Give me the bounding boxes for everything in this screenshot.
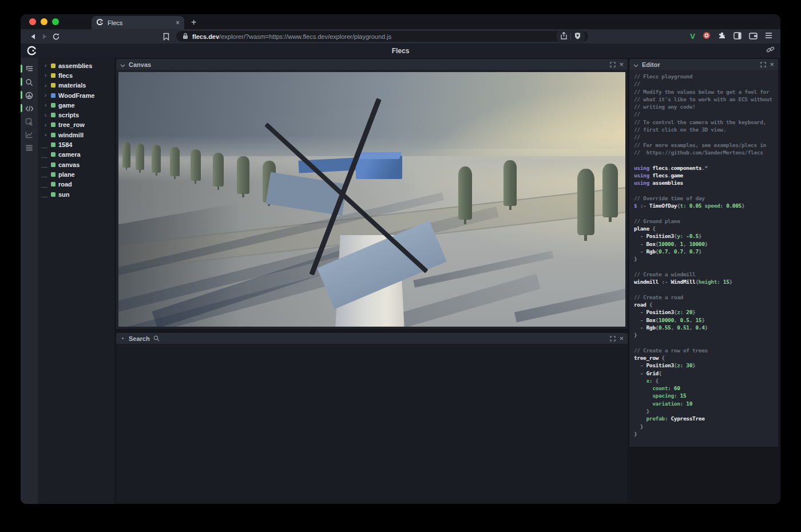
close-panel-icon[interactable]: × [619,336,624,342]
tree-item[interactable]: sun [43,189,114,199]
code-line: - Grid{ [634,370,778,377]
panel-dot-icon[interactable] [122,338,124,339]
scene-tree [122,142,130,168]
code-line [634,285,778,293]
tree-item[interactable]: ›game [43,100,114,110]
tool-stats[interactable] [21,128,38,141]
editor-panel: Editor × // Flecs playground//// Modify … [629,59,778,447]
code-line: // https://github.com/SanderMertens/flec… [634,149,778,156]
canvas-panel-body [116,70,628,329]
code-line: // [634,133,778,141]
tree-item[interactable]: ›WoodFrame [43,90,114,100]
browser-toolbar: flecs.dev/explorer/?wasm=https://www.fle… [21,29,780,43]
code-line [634,209,778,217]
collapse-chevron-icon[interactable] [120,59,125,70]
reload-button[interactable] [50,33,62,41]
tree-item-label: game [58,102,75,109]
code-icon [25,105,34,112]
page-title: Flecs [21,47,780,55]
tree-item[interactable]: canvas [43,160,114,169]
tree-item[interactable]: ›windmill [43,130,114,140]
entity-tag-icon [51,83,55,88]
tree-item[interactable]: ›flecs [43,70,114,80]
code-line: tree_row { [634,354,778,362]
close-window-button[interactable] [29,18,36,25]
fullscreen-icon[interactable] [760,59,766,70]
expand-arrow-icon[interactable]: › [43,132,48,137]
sidebar-toggle-icon[interactable] [733,31,741,42]
code-line: // Flecs playground [634,73,778,80]
tool-code[interactable] [21,102,38,115]
brave-shield-icon[interactable] [574,31,581,42]
code-line: // For more examples, see examples/plecs… [634,141,778,149]
tree-item[interactable]: road [43,180,114,189]
browser-window: Flecs × + flecs.dev/explorer/?wasm=https… [21,14,780,504]
tree-item[interactable]: ›tree_row [43,120,114,130]
fullscreen-icon[interactable] [610,59,616,70]
tab-close-icon[interactable]: × [176,19,180,27]
search-panel-body[interactable] [116,344,628,502]
main-column: Canvas × [114,58,629,504]
menu-hamburger-icon[interactable] [765,32,772,41]
tool-scene[interactable] [21,89,38,102]
code-line: // Create a windmill [634,271,778,278]
minimize-window-button[interactable] [41,18,47,25]
entity-tag-icon [51,182,55,186]
code-line [634,339,778,346]
code-line: } [634,423,778,430]
code-line: - Box{10000, 1, 10000} [634,240,778,248]
share-icon[interactable] [561,31,567,42]
entity-tag-icon [51,172,55,177]
code-line: $ :- TimeOfDay{t: 0.05 speed: 0.005} [634,202,778,209]
canvas-panel-header: Canvas × [116,59,628,70]
expand-arrow-icon[interactable]: › [43,122,48,128]
bookmark-icon[interactable] [160,33,172,41]
expand-arrow-icon[interactable]: › [43,73,48,78]
scene-tree [458,166,473,220]
url-bar[interactable]: flecs.dev/explorer/?wasm=https://www.fle… [176,31,588,42]
extension-red-icon[interactable] [703,31,711,42]
tool-search[interactable] [21,76,38,89]
zoom-window-button[interactable] [52,18,59,25]
expand-arrow-icon[interactable]: › [43,63,48,68]
entity-tag-icon [51,103,55,108]
expand-arrow-icon[interactable]: › [43,83,48,88]
editor-code[interactable]: // Flecs playground//// Modify the value… [629,70,778,447]
forward-button[interactable] [39,33,50,41]
expand-arrow-icon[interactable]: › [43,102,48,108]
tree-item[interactable]: ›assemblies [43,61,114,70]
tree-item[interactable]: ›scripts [43,110,114,120]
editor-panel-title: Editor [642,61,660,68]
back-button[interactable] [27,33,39,41]
tree-item[interactable]: plane [43,169,114,179]
wallet-icon[interactable] [749,31,758,42]
extensions-puzzle-icon[interactable] [718,31,726,42]
tree-item-label: assemblies [58,62,92,69]
code-line: // Create a row of trees [634,347,778,354]
canvas-3d-view[interactable] [118,72,625,327]
scene-tree [213,153,224,187]
tree-item[interactable]: 1584 [43,140,114,149]
expand-arrow-icon[interactable]: › [43,113,48,118]
code-line: - Rgb{0.7, 0.7, 0.7} [634,248,778,255]
new-tab-button[interactable]: + [191,17,196,27]
tool-inspect[interactable] [21,115,38,128]
collapse-chevron-icon[interactable] [633,59,639,70]
tool-outline-tree[interactable] [21,62,38,76]
browser-tab[interactable]: Flecs × [92,16,184,29]
code-line: // Modify the values below to get a feel… [634,88,778,96]
tree-item[interactable]: camera [43,150,114,160]
close-panel-icon[interactable]: × [619,62,624,68]
code-line: x: { [634,377,778,384]
vue-devtools-icon[interactable]: V [690,32,695,41]
expand-arrow-icon[interactable]: › [43,93,48,98]
fullscreen-icon[interactable] [610,334,616,344]
tree-item-label: WoodFrame [58,92,94,99]
tool-log[interactable] [21,141,38,154]
tree-item-label: canvas [58,161,80,168]
outline-tree-icon [25,65,34,73]
tree-item[interactable]: ›materials [43,81,114,90]
explorer-content: ›assemblies›flecs›materials›WoodFrame›ga… [21,58,780,504]
code-line: windmill :- WindMill{height: 15} [634,278,778,285]
close-panel-icon[interactable]: × [770,62,774,68]
